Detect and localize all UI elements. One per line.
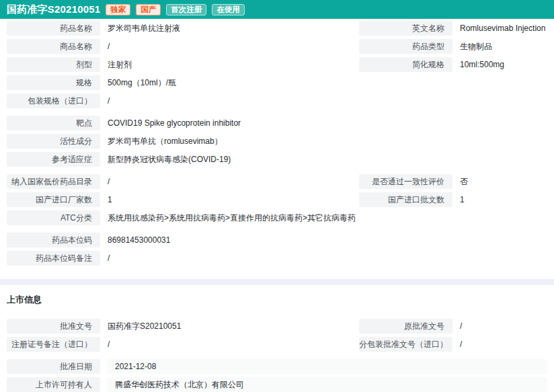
catalog-info-group: 纳入国家低价药品目录 / 是否通过一致性评价 否 国产进口厂家数 1 国产进口批… [0,174,554,225]
table-row: 纳入国家低价药品目录 / 是否通过一致性评价 否 [0,174,554,189]
field-value-approval-doc-count: 1 [459,192,547,207]
field-value-consistency-evaluation: 否 [459,174,547,189]
table-row: ATC分类 系统用抗感染药>系统用抗病毒药>直接作用的抗病毒药>其它抗病毒药 [0,210,554,225]
table-row: 靶点 COVID19 Spike glycoprotein inhibitor [0,116,554,130]
field-label-trade-name: 商品名称 [7,39,100,54]
field-value-english-name: Romlusevimab Injection [459,21,547,36]
field-label-drug-type: 药品类型 [359,39,452,54]
field-label-reg-cert-note-import: 注册证号备注（进口） [7,337,100,352]
field-label-subpackage-approval-import: 分包装批准文号（进口） [359,337,452,352]
field-label-english-name: 英文名称 [359,21,452,36]
field-label-mah: 上市许可持有人 [7,377,100,392]
target-info-group: 靶点 COVID19 Spike glycoprotein inhibitor … [0,116,554,167]
basic-info-group-1: 药品名称 罗米司韦单抗注射液 英文名称 Romlusevimab Injecti… [0,21,554,108]
field-label-standard-code-note: 药品本位码备注 [7,251,100,266]
table-row: 国产进口厂家数 1 国产进口批文数 1 [0,192,554,207]
table-row: 批准日期 2021-12-08 [0,359,554,374]
table-row: 药品本位码 86981453000031 [0,233,554,247]
field-value-original-approval-no: / [459,319,547,334]
field-value-subpackage-approval-import: / [459,337,547,352]
field-label-drug-name: 药品名称 [7,21,100,36]
table-row: 活性成分 罗米司韦单抗（romlusevimab） [0,134,554,149]
table-row: 批准文号 国药准字S20210051 原批准文号 / [0,319,554,334]
field-label-approval-date: 批准日期 [7,359,100,374]
marketing-approval-group: 批准文号 国药准字S20210051 原批准文号 / 注册证号备注（进口） / … [0,319,554,352]
approval-number-title: 国药准字S20210051 [7,3,100,16]
field-label-spec: 规格 [7,75,100,90]
field-value-approval-date: 2021-12-08 [107,359,547,374]
table-row: 药品本位码备注 / [0,251,554,266]
table-row: 包装规格（进口） / [0,93,554,108]
approval-header-bar: 国药准字S20210051 独家 国产 首次注册 在使用 [0,0,554,19]
field-value-simplified-spec: 10ml:500mg [459,57,547,72]
table-row: 上市许可持有人 腾盛华创医药技术（北京）有限公司 [0,377,554,392]
field-value-manufacturer-count: 1 [107,192,352,207]
badge-domestic: 国产 [136,4,161,15]
field-value-low-price-list: / [107,174,352,189]
field-value-atc: 系统用抗感染药>系统用抗病毒药>直接作用的抗病毒药>其它抗病毒药 [107,210,547,225]
field-value-standard-code: 86981453000031 [107,233,547,247]
field-value-dosage-form: 注射剂 [107,57,352,72]
badge-first-registration: 首次注册 [166,4,206,15]
field-label-package-spec-import: 包装规格（进口） [7,93,100,108]
field-label-simplified-spec: 简化规格 [359,57,452,72]
field-value-approval-no: 国药准字S20210051 [107,319,352,334]
field-value-mah: 腾盛华创医药技术（北京）有限公司 [107,377,547,392]
standard-code-group: 药品本位码 86981453000031 药品本位码备注 / [0,233,554,266]
field-value-trade-name: / [107,39,352,54]
field-value-target: COVID19 Spike glycoprotein inhibitor [107,116,547,130]
field-label-original-approval-no: 原批准文号 [359,319,452,334]
section-divider [0,279,554,285]
field-value-spec: 500mg（10ml）/瓶 [107,75,547,90]
field-label-consistency-evaluation: 是否通过一致性评价 [359,174,452,189]
table-row: 药品名称 罗米司韦单抗注射液 英文名称 Romlusevimab Injecti… [0,21,554,36]
table-row: 参考适应症 新型肺炎冠状病毒感染(COVID-19) [0,152,554,167]
badge-exclusive: 独家 [106,4,130,15]
field-label-atc: ATC分类 [7,210,100,225]
field-value-reg-cert-note-import: / [107,337,352,352]
marketing-info-section-title: 上市信息 [7,294,554,306]
field-value-reference-indication: 新型肺炎冠状病毒感染(COVID-19) [107,152,547,167]
field-label-dosage-form: 剂型 [7,57,100,72]
field-label-approval-no: 批准文号 [7,319,100,334]
drug-detail-content: 药品名称 罗米司韦单抗注射液 英文名称 Romlusevimab Injecti… [0,19,554,392]
field-label-manufacturer-count: 国产进口厂家数 [7,192,100,207]
table-row: 规格 500mg（10ml）/瓶 [0,75,554,90]
field-label-target: 靶点 [7,116,100,130]
badge-in-use: 在使用 [212,4,245,15]
field-label-low-price-list: 纳入国家低价药品目录 [7,174,100,189]
field-value-package-spec-import: / [107,93,547,108]
field-label-reference-indication: 参考适应症 [7,152,100,167]
field-label-approval-doc-count: 国产进口批文数 [359,192,452,207]
field-value-drug-type: 生物制品 [459,39,547,54]
table-row: 剂型 注射剂 简化规格 10ml:500mg [0,57,554,72]
field-value-standard-code-note: / [107,251,547,266]
field-label-standard-code: 药品本位码 [7,233,100,247]
field-value-drug-name: 罗米司韦单抗注射液 [107,21,352,36]
table-row: 商品名称 / 药品类型 生物制品 [0,39,554,54]
table-row: 注册证号备注（进口） / 分包装批准文号（进口） / [0,337,554,352]
marketing-holder-group: 批准日期 2021-12-08 上市许可持有人 腾盛华创医药技术（北京）有限公司 [0,359,554,392]
field-label-active-ingredient: 活性成分 [7,134,100,149]
field-value-active-ingredient: 罗米司韦单抗（romlusevimab） [107,134,547,149]
